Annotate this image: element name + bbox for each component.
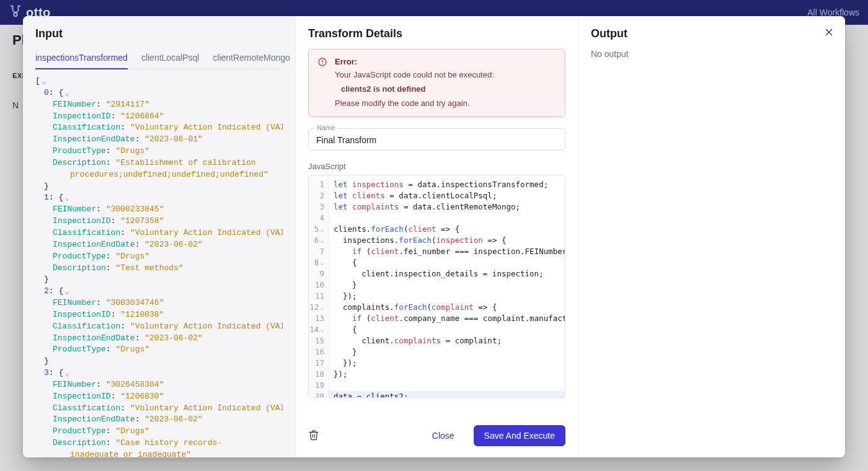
- input-panel: Input inspectionsTransformedclientLocalP…: [23, 16, 296, 25]
- transform-modal: Input inspectionsTransformedclientLocalP…: [23, 16, 845, 25]
- output-panel: Output No output: [578, 16, 845, 25]
- transform-panel: Transform Details Error: Your JavaScript…: [296, 16, 578, 25]
- modal-backdrop: Input inspectionsTransformedclientLocalP…: [0, 0, 868, 25]
